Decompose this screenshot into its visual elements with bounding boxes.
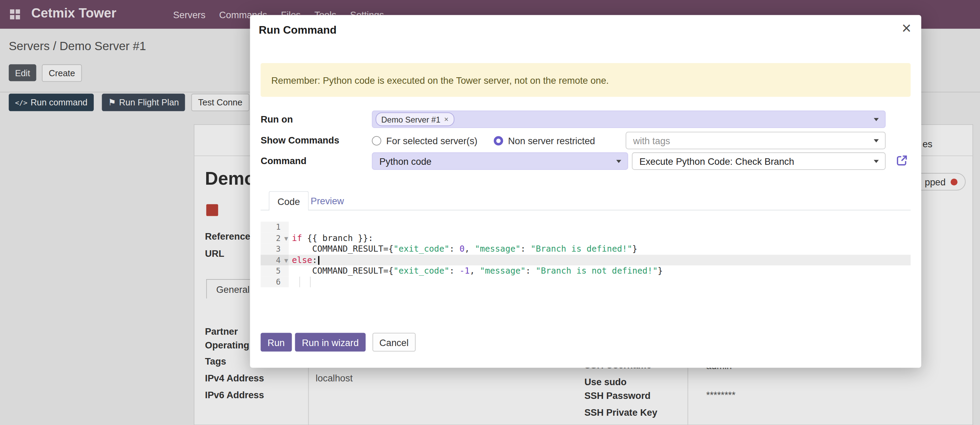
- close-icon[interactable]: ×: [902, 20, 911, 36]
- code-line-content: COMMAND_RESULT={"exit_code": 0, "message…: [289, 243, 911, 254]
- show-commands-label: Show Commands: [261, 132, 339, 149]
- cancel-button[interactable]: Cancel: [372, 333, 415, 352]
- run-on-label: Run on: [261, 111, 293, 128]
- radio-label-selected-servers[interactable]: For selected server(s): [386, 135, 477, 146]
- code-editor[interactable]: 12▼if {{ branch }}:3 COMMAND_RESULT={"ex…: [261, 222, 911, 287]
- modal-title: Run Command: [259, 24, 336, 37]
- alert-banner: Remember: Python code is executed on the…: [261, 63, 911, 97]
- code-line-content: [289, 276, 911, 287]
- fold-arrow-icon[interactable]: ▼: [284, 255, 288, 266]
- code-line[interactable]: 6: [261, 276, 911, 287]
- chevron-down-icon: [874, 139, 879, 142]
- code-line-content: else:: [289, 254, 911, 265]
- run-command-modal: Run Command × Remember: Python code is e…: [250, 15, 921, 368]
- screen: Cetmix Tower ServersCommandsFilesToolsSe…: [0, 0, 980, 425]
- chevron-down-icon: [616, 160, 621, 163]
- gutter-line-number: 6: [261, 276, 289, 287]
- code-line[interactable]: 2▼if {{ branch }}:: [261, 233, 911, 244]
- tab-code[interactable]: Code: [269, 191, 309, 211]
- tab-code-label: Code: [278, 196, 300, 206]
- gutter-line-number: 2▼: [261, 233, 289, 244]
- command-label: Command: [261, 152, 306, 170]
- code-line[interactable]: 1: [261, 222, 911, 233]
- run-button-label: Run: [267, 337, 285, 347]
- chevron-down-icon: [874, 118, 879, 121]
- indent-guide: [310, 276, 311, 287]
- command-type-value: Python code: [379, 156, 431, 167]
- run-on-field[interactable]: Demo Server #1 ×: [372, 111, 886, 128]
- alert-text: Remember: Python code is executed on the…: [271, 75, 609, 85]
- indent-guide: [299, 276, 300, 287]
- radio-label-non-restricted[interactable]: Non server restricted: [508, 135, 595, 146]
- tab-preview-label: Preview: [311, 195, 344, 206]
- command-select[interactable]: Execute Python Code: Check Branch: [632, 152, 886, 170]
- code-line-content: if {{ branch }}:: [289, 233, 911, 244]
- radio-non-server-restricted[interactable]: [494, 136, 503, 145]
- command-value: Execute Python Code: Check Branch: [640, 156, 794, 167]
- show-commands-radios: For selected server(s) Non server restri…: [372, 132, 595, 149]
- chevron-down-icon: [874, 160, 879, 163]
- tags-filter-placeholder: with tags: [633, 135, 670, 146]
- run-in-wizard-label: Run in wizard: [302, 337, 359, 347]
- code-line[interactable]: 3 COMMAND_RESULT={"exit_code": 0, "messa…: [261, 243, 911, 254]
- gutter-line-number: 5: [261, 265, 289, 276]
- run-in-wizard-button[interactable]: Run in wizard: [295, 333, 366, 352]
- gutter-line-number: 4▼: [261, 254, 289, 265]
- remove-tag-icon[interactable]: ×: [444, 115, 449, 123]
- command-type-select[interactable]: Python code: [372, 152, 628, 170]
- server-tag[interactable]: Demo Server #1 ×: [375, 112, 454, 126]
- cancel-button-label: Cancel: [379, 337, 409, 347]
- code-line-content: COMMAND_RESULT={"exit_code": -1, "messag…: [289, 265, 911, 276]
- radio-for-selected-servers[interactable]: [372, 136, 381, 145]
- fold-arrow-icon[interactable]: ▼: [284, 233, 288, 244]
- text-cursor: [318, 256, 319, 264]
- external-link-icon[interactable]: [896, 154, 908, 167]
- tab-preview[interactable]: Preview: [311, 191, 344, 211]
- code-editor-lines: 12▼if {{ branch }}:3 COMMAND_RESULT={"ex…: [261, 222, 911, 287]
- gutter-line-number: 1: [261, 222, 289, 233]
- server-tag-label: Demo Server #1: [382, 115, 441, 124]
- tabs-underline: [261, 210, 911, 211]
- run-button[interactable]: Run: [261, 333, 291, 352]
- code-line[interactable]: 4▼else:: [261, 254, 911, 265]
- code-line[interactable]: 5 COMMAND_RESULT={"exit_code": -1, "mess…: [261, 265, 911, 276]
- gutter-line-number: 3: [261, 243, 289, 254]
- tags-filter-select[interactable]: with tags: [626, 132, 886, 149]
- code-line-content: [289, 222, 911, 233]
